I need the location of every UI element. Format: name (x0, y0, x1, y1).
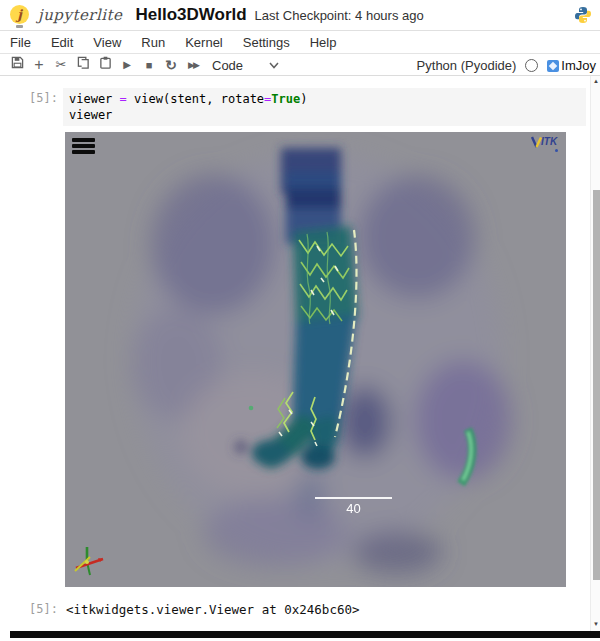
copy-cell-icon[interactable] (72, 56, 94, 74)
code-token-keyword: True (271, 92, 300, 106)
lightbulb-base (16, 25, 23, 28)
run-cell-icon[interactable]: ▶ (116, 56, 138, 74)
itk-logo[interactable]: ITK (531, 136, 557, 149)
notebook-title[interactable]: Hello3DWorld (135, 5, 246, 25)
scale-bar-label: 40 (315, 501, 392, 516)
cut-cell-icon[interactable]: ✂ (50, 56, 72, 74)
python-logo-icon (574, 6, 592, 24)
scroll-down-icon[interactable]: ▼ (591, 619, 600, 629)
bottom-bar (10, 631, 600, 638)
copy-glyph (77, 56, 90, 69)
floppy-glyph (11, 56, 24, 69)
jupyterlite-window: j jupyterlite Hello3DWorld Last Checkpoi… (0, 0, 600, 641)
menu-view[interactable]: View (83, 35, 131, 50)
code-token: ) (300, 92, 307, 106)
code-line2: viewer (69, 108, 112, 122)
chevron-down-icon (269, 62, 279, 69)
viewer-menu-icon[interactable] (72, 138, 95, 156)
save-icon[interactable] (6, 56, 28, 74)
cell-type-label: Code (212, 58, 243, 73)
menu-edit[interactable]: Edit (41, 35, 83, 50)
stop-kernel-icon[interactable]: ■ (138, 56, 160, 74)
menu-kernel[interactable]: Kernel (175, 35, 233, 50)
checkpoint-status: Last Checkpoint: 4 hours ago (255, 8, 424, 23)
menu-file[interactable]: File (0, 35, 41, 50)
restart-run-all-icon[interactable]: ▶▶ (182, 56, 204, 74)
input-prompt: [5]: (8, 91, 58, 105)
imjoy-button[interactable]: ImJoy (547, 58, 596, 73)
imjoy-label: ImJoy (561, 58, 596, 73)
notebook-toolbar: + ✂ ▶ ■ ↻ ▶▶ Code Python (Pyodide) (0, 55, 600, 76)
orientation-axes-icon (73, 544, 109, 580)
menu-settings[interactable]: Settings (233, 35, 300, 50)
paste-glyph (99, 56, 112, 69)
restart-kernel-icon[interactable]: ↻ (160, 56, 182, 74)
output-repr: <itkwidgets.viewer.Viewer at 0x246bc60> (66, 602, 360, 617)
header: j jupyterlite Hello3DWorld Last Checkpoi… (0, 0, 600, 31)
itk-viewer-canvas[interactable]: ITK 40 (65, 132, 566, 587)
cell-type-dropdown[interactable]: Code (212, 58, 279, 73)
code-token: view(stent, rotate (127, 92, 264, 106)
kernel-status-icon (525, 59, 538, 72)
jupyterlite-logo-icon: j (10, 5, 31, 26)
menu-bar: File Edit View Run Kernel Settings Help (0, 32, 600, 54)
code-token: viewer (69, 92, 120, 106)
code-token-operator: = (120, 92, 127, 106)
paste-cell-icon[interactable] (94, 56, 116, 74)
scroll-up-icon[interactable]: ▲ (591, 76, 600, 86)
itk-logo-dot (555, 149, 558, 152)
toolbar-right-group: Python (Pyodide) ImJoy (417, 55, 596, 76)
burger-bar (72, 150, 95, 154)
kernel-name[interactable]: Python (Pyodide) (417, 58, 517, 73)
menu-run[interactable]: Run (131, 35, 175, 50)
brand-text: jupyterlite (38, 6, 122, 24)
output-prompt: [5]: (8, 602, 58, 616)
itk-logo-text: ITK (541, 136, 557, 147)
burger-bar (72, 144, 95, 148)
burger-bar (72, 138, 95, 142)
lightbulb-icon: j (10, 5, 29, 24)
volume-rendering (65, 132, 566, 587)
add-cell-icon[interactable]: + (28, 56, 50, 74)
scrollbar-thumb[interactable] (593, 190, 600, 580)
scale-bar (315, 497, 392, 499)
imjoy-icon (547, 60, 559, 72)
code-editor[interactable]: viewer = view(stent, rotate=True) viewer (63, 88, 586, 126)
notebook-scrollbar[interactable]: ▲ ▼ (590, 76, 600, 631)
menu-help[interactable]: Help (300, 35, 347, 50)
